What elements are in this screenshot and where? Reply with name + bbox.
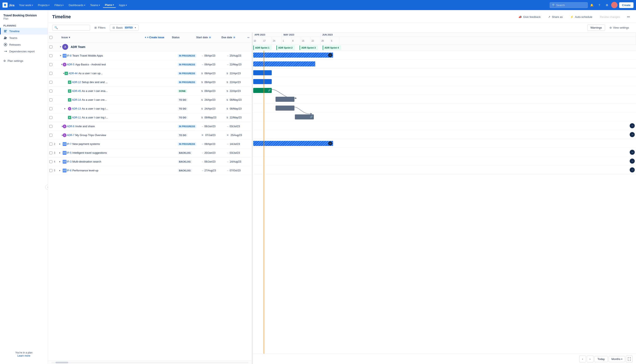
issue-id[interactable]: ADR-13	[72, 107, 81, 110]
issue-title[interactable]: As a user I can cre...	[82, 98, 176, 101]
gantt-bar[interactable]: 🔗	[253, 88, 272, 93]
issue-title[interactable]: Multi-destination search	[72, 160, 176, 163]
issue-id[interactable]: ADR-11	[72, 116, 81, 119]
issue-title[interactable]: My Group Trips Overview	[75, 134, 176, 137]
row-checkbox[interactable]	[48, 98, 54, 101]
row-checkbox[interactable]	[48, 152, 54, 154]
global-search[interactable]: 🔍 Search	[550, 2, 588, 8]
table-row[interactable]: A ADR-11 As a user I can log i... TO DO …	[48, 113, 252, 122]
gantt-bar[interactable]: 🔗	[295, 114, 314, 120]
nav-filters[interactable]: Filters ▾	[52, 3, 66, 8]
expand-icon[interactable]: ►	[59, 125, 62, 128]
expand-icon[interactable]: ►	[59, 143, 62, 145]
next-period-button[interactable]: ›	[587, 356, 594, 362]
prev-period-button[interactable]: ‹	[579, 356, 586, 362]
off-screen-right-arrow[interactable]: →	[630, 150, 635, 155]
auto-schedule-button[interactable]: ⚡ Auto-schedule	[568, 14, 595, 20]
nav-teams[interactable]: Teams ▾	[88, 3, 102, 8]
issue-title[interactable]: New payment systems	[72, 142, 176, 146]
expand-icon[interactable]: ►	[59, 134, 62, 136]
notifications-button[interactable]: 🔔	[588, 2, 595, 8]
more-options-button[interactable]: •••	[625, 14, 632, 20]
table-row[interactable]: 4 ► LE IP-3 Multi-destination search BAC…	[48, 157, 252, 166]
status-column-header[interactable]: Status	[169, 34, 194, 40]
table-row[interactable]: A ADR-12 Setup dev and and ... IN PROGRE…	[48, 78, 252, 87]
table-row[interactable]: 2 ► LE IP-7 New payment systems IN PROGR…	[48, 140, 252, 148]
issue-id[interactable]: ADR-45	[72, 90, 81, 92]
gantt-bar[interactable]	[253, 70, 272, 75]
create-button[interactable]: Create	[619, 2, 634, 8]
table-row[interactable]: ▼ LE IP-8 Team Travel Mobile Apps IN PRO…	[48, 51, 252, 60]
issue-id[interactable]: ADR-5	[67, 63, 74, 66]
sidebar-item-teams[interactable]: Teams	[0, 34, 48, 41]
expand-icon[interactable]: ►	[59, 72, 64, 74]
user-avatar[interactable]	[611, 2, 618, 8]
row-checkbox[interactable]	[48, 134, 54, 137]
issue-title[interactable]: As a user I can log i...	[82, 107, 176, 110]
help-button[interactable]: ?	[596, 2, 603, 8]
table-row[interactable]: ► A ADR-13 As a user I can log i... TO D…	[48, 104, 252, 113]
row-checkbox[interactable]	[48, 169, 54, 172]
gantt-bar[interactable]: →	[253, 141, 333, 146]
row-checkbox[interactable]	[48, 160, 54, 163]
table-row[interactable]: ▼ A ADR-5 App Basics - Android test IN P…	[48, 60, 252, 69]
gantt-bar[interactable]: →	[253, 52, 333, 58]
due-date-column-header[interactable]: Due date D	[220, 34, 245, 40]
app-logo[interactable]: Jira	[2, 2, 14, 8]
row-checkbox[interactable]	[48, 72, 54, 75]
learn-more-link[interactable]: Learn more	[18, 354, 30, 357]
issue-title[interactable]: Invite and share	[75, 125, 176, 128]
start-date-column-header[interactable]: Start date D	[194, 34, 220, 40]
issue-title[interactable]: Setup dev and and ...	[82, 80, 176, 84]
row-checkbox[interactable]	[48, 142, 54, 146]
off-screen-right-arrow[interactable]: →	[630, 158, 635, 164]
row-checkbox[interactable]	[48, 63, 54, 66]
settings-button[interactable]: ⚙	[604, 2, 610, 8]
issue-title[interactable]: As a user I can log i...	[82, 116, 176, 119]
basic-edited-button[interactable]: ⊟ Basic EDITED ▾	[110, 24, 138, 31]
off-screen-right-arrow[interactable]: →	[630, 168, 635, 172]
table-row[interactable]: ► A ADR-7 My Group Trips Overview TO DO	[48, 131, 252, 140]
search-input[interactable]	[59, 26, 84, 29]
group-collapse-arrow[interactable]: ▼	[59, 46, 62, 48]
issue-id[interactable]: IP-3	[67, 160, 72, 163]
issue-id[interactable]: IP-7	[67, 142, 72, 146]
group-header-adr-team[interactable]: ▼ A ADR Team	[48, 42, 252, 51]
sidebar-item-releases[interactable]: Releases	[0, 41, 48, 48]
expand-icon[interactable]: ▼	[59, 54, 62, 57]
issue-id[interactable]: IP-5	[67, 152, 72, 154]
issue-title[interactable]: Intelligent travel suggestions	[72, 151, 176, 154]
fullscreen-button[interactable]	[626, 356, 633, 362]
table-row[interactable]: ► A ADR-44 As a user I can up... IN PROG…	[48, 69, 252, 78]
today-button[interactable]: Today	[594, 356, 608, 362]
sidebar-item-timeline[interactable]: Timeline	[0, 28, 48, 34]
create-issue-button[interactable]: + + Create issue	[142, 34, 167, 40]
resize-handle[interactable]: ⇔	[245, 36, 252, 39]
issue-id[interactable]: ADR-12	[72, 81, 81, 84]
table-row[interactable]: A ADR-14 As a user I can cre... TO DO S …	[48, 96, 252, 104]
issue-title[interactable]: Performance level-up	[72, 169, 176, 172]
gantt-bar[interactable]	[253, 62, 315, 66]
issue-title[interactable]: As a user I can ena...	[82, 89, 176, 92]
issue-column-header[interactable]: Issue ▾ + + Create issue	[59, 32, 169, 42]
scrollbar-thumb[interactable]	[56, 362, 68, 363]
table-row[interactable]: A ADR-45 As a user I can ena... DONE S 0…	[48, 87, 252, 96]
off-screen-right-arrow[interactable]: →	[630, 123, 635, 128]
filters-button[interactable]: ⊞ Filters	[92, 24, 108, 31]
expand-icon[interactable]: ►	[59, 152, 62, 154]
row-checkbox[interactable]	[48, 90, 54, 92]
gantt-bar[interactable]	[253, 79, 272, 84]
select-all-checkbox[interactable]	[50, 36, 52, 39]
gantt-bar[interactable]	[276, 97, 294, 102]
review-changes-button[interactable]: Review changes	[598, 14, 622, 20]
expand-icon[interactable]: ►	[59, 169, 62, 172]
give-feedback-button[interactable]: 📣 Give feedback	[516, 14, 543, 20]
expand-icon[interactable]: ▼	[59, 63, 62, 66]
issue-id[interactable]: IP-8	[67, 54, 72, 57]
nav-apps[interactable]: Apps ▾	[117, 3, 129, 8]
view-settings-button[interactable]: ⊜ View settings	[607, 24, 632, 31]
off-screen-right-arrow[interactable]: →	[630, 132, 635, 137]
issue-title[interactable]: App Basics - Android test	[75, 63, 176, 66]
issue-title[interactable]: As a user I can up...	[78, 72, 176, 75]
share-as-button[interactable]: ↗ Share as	[546, 14, 565, 20]
